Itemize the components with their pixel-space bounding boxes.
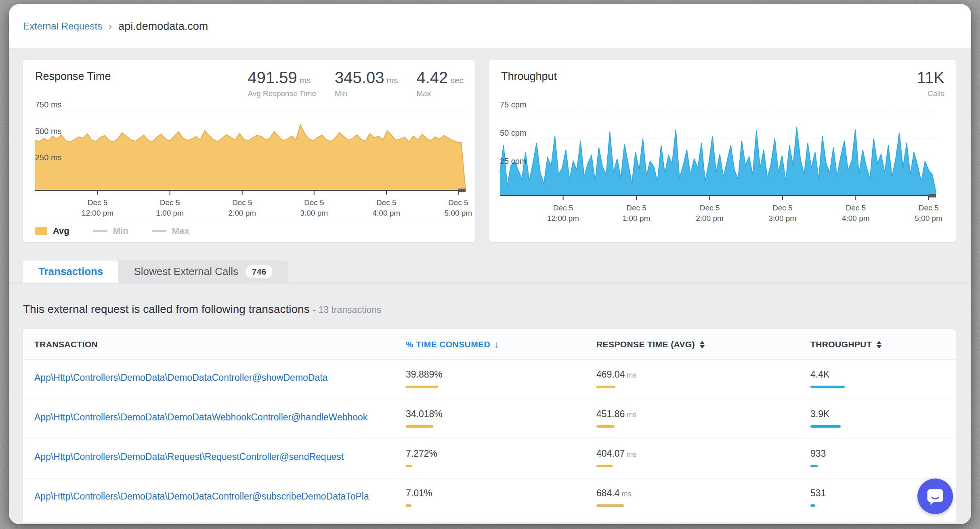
- value-bar: [406, 386, 438, 388]
- svg-text:Dec 5: Dec 5: [304, 198, 324, 207]
- cell-value: 39.889%: [406, 369, 443, 380]
- svg-text:Dec 5: Dec 5: [376, 198, 397, 207]
- svg-text:5:00 pm: 5:00 pm: [915, 214, 942, 223]
- value-bar: [406, 425, 433, 428]
- legend-label: Max: [172, 226, 189, 236]
- svg-text:4:00 pm: 4:00 pm: [842, 214, 870, 223]
- tab-slowest-external-calls[interactable]: Slowest External Calls 746: [118, 260, 288, 283]
- svg-text:Dec 5: Dec 5: [626, 204, 646, 212]
- table-row: App\Http\Controllers\DemoData\DemoDataWe…: [23, 399, 956, 439]
- table-row: App\Http\Controllers\DemoData\DemoDataCo…: [23, 360, 956, 399]
- svg-text:2:00 pm: 2:00 pm: [228, 209, 256, 217]
- value-bar: [810, 504, 815, 507]
- chevron-right-icon: ›: [109, 21, 112, 32]
- breadcrumb-link-external-requests[interactable]: External Requests: [23, 21, 102, 32]
- svg-text:5:00 pm: 5:00 pm: [445, 209, 472, 217]
- cell-value: 404.07ms: [596, 448, 636, 459]
- tabs-divider: [9, 283, 971, 283]
- value-bar: [406, 504, 411, 507]
- svg-text:Dec 5: Dec 5: [160, 198, 180, 207]
- cell-value: 7.272%: [406, 448, 437, 459]
- cell-unit: ms: [627, 450, 636, 458]
- sort-both-icon: [700, 341, 705, 348]
- transaction-count: - 13 transactions: [313, 304, 381, 315]
- cell-unit: ms: [622, 490, 632, 498]
- cell-value: 34.018%: [406, 409, 443, 420]
- cell-unit: ms: [627, 371, 636, 379]
- sort-desc-icon: ↓: [494, 339, 499, 350]
- value-bar: [596, 465, 613, 467]
- table-header: TRANSACTION % TIME CONSUMED↓ RESPONSE TI…: [23, 329, 956, 360]
- table-row: App\Http\Controllers\DemoData\Request\Re…: [23, 439, 956, 479]
- svg-text:250 ms: 250 ms: [35, 153, 62, 162]
- svg-text:2:00 pm: 2:00 pm: [696, 214, 724, 223]
- transactions-table: TRANSACTION % TIME CONSUMED↓ RESPONSE TI…: [23, 329, 956, 523]
- response-time-card: Response Time 491.59ms Avg Response Time…: [23, 60, 475, 242]
- top-bar: External Requests › api.demodata.com: [9, 4, 971, 48]
- throughput-card: Throughput 11K Calls 75 cpm50 cpm25 cpmD…: [489, 60, 956, 242]
- legend-item-min[interactable]: Min: [93, 226, 128, 236]
- cell-value: 933: [810, 448, 826, 459]
- tab-count-badge: 746: [246, 265, 273, 278]
- legend-item-avg[interactable]: Avg: [35, 226, 69, 236]
- svg-text:50 cpm: 50 cpm: [500, 128, 527, 137]
- cell-value: 451.86ms: [596, 409, 636, 420]
- transaction-link[interactable]: App\Http\Controllers\DemoData\DemoDataCo…: [34, 491, 369, 502]
- transaction-link[interactable]: App\Http\Controllers\DemoData\DemoDataWe…: [34, 412, 367, 423]
- legend-label: Avg: [53, 226, 69, 236]
- cell-value: 7.01%: [406, 488, 432, 499]
- value-bar: [810, 386, 845, 388]
- svg-text:Dec 5: Dec 5: [553, 204, 573, 212]
- cell-value: 469.04ms: [596, 369, 636, 380]
- response-time-chart: 750 ms500 ms250 msDec 512:00 pmDec 51:00…: [23, 60, 475, 220]
- column-header-transaction: TRANSACTION: [34, 329, 98, 360]
- cell-unit: ms: [627, 411, 636, 419]
- min-line-icon: [93, 230, 107, 232]
- svg-text:Dec 5: Dec 5: [232, 198, 252, 207]
- svg-text:Dec 5: Dec 5: [448, 198, 468, 207]
- svg-text:12:00 pm: 12:00 pm: [547, 214, 579, 223]
- section-title-text: This external request is called from fol…: [23, 303, 310, 315]
- svg-text:1:00 pm: 1:00 pm: [156, 209, 184, 217]
- response-time-legend: Avg Min Max: [23, 220, 475, 236]
- svg-text:750 ms: 750 ms: [35, 100, 62, 109]
- chat-button[interactable]: [917, 479, 953, 514]
- svg-text:500 ms: 500 ms: [35, 127, 62, 136]
- value-bar: [406, 465, 412, 467]
- avg-swatch-icon: [35, 227, 47, 235]
- breadcrumb-current: api.demodata.com: [118, 20, 208, 33]
- svg-text:12:00 pm: 12:00 pm: [82, 209, 113, 217]
- max-line-icon: [152, 230, 166, 232]
- transaction-link[interactable]: App\Http\Controllers\DemoData\Request\Re…: [34, 451, 344, 462]
- value-bar: [810, 465, 818, 467]
- svg-text:4:00 pm: 4:00 pm: [373, 209, 401, 217]
- column-header-throughput[interactable]: THROUGHPUT: [810, 329, 881, 360]
- svg-text:Dec 5: Dec 5: [88, 198, 108, 207]
- column-header-response-time[interactable]: RESPONSE TIME (AVG): [596, 329, 705, 360]
- legend-label: Min: [113, 226, 128, 236]
- tab-bar: Transactions Slowest External Calls 746: [23, 260, 288, 283]
- svg-text:25 cpm: 25 cpm: [500, 157, 527, 166]
- svg-text:1:00 pm: 1:00 pm: [623, 214, 651, 223]
- svg-text:Dec 5: Dec 5: [772, 204, 793, 212]
- value-bar: [596, 425, 615, 428]
- throughput-chart: 75 cpm50 cpm25 cpmDec 512:00 pmDec 51:00…: [489, 60, 956, 242]
- breadcrumb: External Requests › api.demodata.com: [23, 4, 208, 48]
- chat-bubble-icon: [926, 487, 944, 506]
- column-header-time-consumed[interactable]: % TIME CONSUMED↓: [406, 329, 499, 360]
- legend-item-max[interactable]: Max: [152, 226, 189, 236]
- cell-value: 684.4ms: [596, 488, 632, 499]
- svg-text:Dec 5: Dec 5: [700, 204, 720, 212]
- value-bar: [810, 425, 841, 428]
- cell-value: 3.9K: [810, 409, 829, 420]
- section-title: This external request is called from fol…: [23, 303, 381, 316]
- tab-transactions[interactable]: Transactions: [23, 260, 118, 283]
- svg-text:Dec 5: Dec 5: [846, 204, 866, 212]
- tab-label: Transactions: [38, 265, 103, 278]
- app-window: External Requests › api.demodata.com Res…: [9, 4, 971, 524]
- svg-text:3:00 pm: 3:00 pm: [300, 209, 328, 217]
- value-bar: [596, 504, 624, 507]
- tab-label: Slowest External Calls: [134, 265, 238, 278]
- svg-text:Dec 5: Dec 5: [919, 204, 939, 212]
- transaction-link[interactable]: App\Http\Controllers\DemoData\DemoDataCo…: [34, 372, 327, 383]
